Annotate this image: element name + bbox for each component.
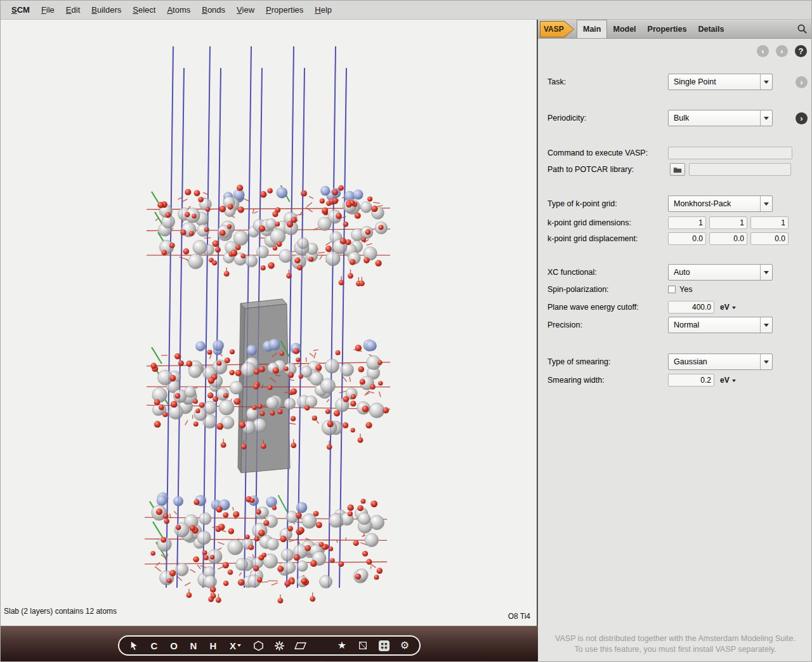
kgrid-disp-z-input[interactable] xyxy=(750,232,789,245)
optimize-tool-icon[interactable] xyxy=(273,639,285,652)
kgrid-disp-label: k-point grid displacement: xyxy=(547,232,638,245)
favorites-icon[interactable]: ★ xyxy=(336,639,348,652)
cell-frame-icon[interactable] xyxy=(357,639,369,652)
menu-edit[interactable]: Edit xyxy=(60,3,86,17)
builder-toolbar: C O N H X ★ ⚙ xyxy=(118,635,421,656)
element-c-button[interactable]: C xyxy=(148,639,160,652)
kgrid-dims-label: k-point grid dimensions: xyxy=(547,216,631,229)
xc-dropdown[interactable]: Auto xyxy=(668,264,773,281)
menu-properties[interactable]: Properties xyxy=(260,3,309,17)
help-button[interactable]: ? xyxy=(795,45,807,57)
tab-properties[interactable]: Properties xyxy=(642,20,693,38)
viewport-status-text: Slab (2 layers) contains 12 atoms xyxy=(4,607,117,616)
menu-help[interactable]: Help xyxy=(309,3,337,17)
precision-row: Precision: Normal xyxy=(547,317,806,333)
chevron-down-icon xyxy=(760,265,772,280)
tab-details[interactable]: Details xyxy=(692,20,730,38)
tab-model[interactable]: Model xyxy=(607,20,641,38)
smearing-type-dropdown[interactable]: Gaussian xyxy=(668,354,773,370)
menu-bonds[interactable]: Bonds xyxy=(196,3,231,17)
xc-label: XC functional: xyxy=(547,264,597,281)
element-n-button[interactable]: N xyxy=(188,639,199,652)
browse-folder-button[interactable] xyxy=(670,163,685,176)
periodicity-dropdown[interactable]: Bulk xyxy=(668,110,773,126)
task-value: Single Point xyxy=(674,74,716,89)
menu-select[interactable]: Select xyxy=(127,3,161,17)
settings-gear-icon[interactable]: ⚙ xyxy=(398,639,411,652)
chevron-down-icon xyxy=(760,110,772,126)
spin-label: Spin-polarization: xyxy=(547,284,609,295)
crystal-structure-render xyxy=(1,20,537,626)
command-label: Command to execute VASP: xyxy=(547,147,648,159)
command-row: Command to execute VASP: xyxy=(547,147,806,159)
search-icon[interactable] xyxy=(797,20,812,38)
spin-row: Spin-polarization: Yes xyxy=(547,284,806,295)
kgrid-dim-x-input[interactable] xyxy=(668,216,706,229)
periodic-grid-icon[interactable] xyxy=(377,639,390,652)
kgrid-type-dropdown[interactable]: Monkhorst-Pack xyxy=(668,195,773,212)
chevron-down-icon xyxy=(760,354,772,369)
smearing-width-row: Smearing width: eV xyxy=(547,374,806,387)
chevron-down-icon xyxy=(760,317,772,333)
pointer-tool-icon[interactable] xyxy=(128,639,140,652)
element-h-button[interactable]: H xyxy=(207,639,219,652)
vasp-badge[interactable]: VASP xyxy=(540,21,574,37)
element-o-button[interactable]: O xyxy=(168,639,180,652)
menu-file[interactable]: File xyxy=(36,3,60,17)
precision-dropdown[interactable]: Normal xyxy=(668,317,773,333)
periodicity-detail-button[interactable]: › xyxy=(796,112,808,124)
history-back-button[interactable]: ‹ xyxy=(757,45,769,57)
spin-checkbox[interactable] xyxy=(668,286,676,293)
xc-value: Auto xyxy=(674,265,690,280)
ring-tool-icon[interactable] xyxy=(252,639,265,652)
smearing-type-value: Gaussian xyxy=(674,354,707,369)
precision-value: Normal xyxy=(674,317,699,333)
menu-scm[interactable]: SCM xyxy=(6,3,36,17)
menu-atoms[interactable]: Atoms xyxy=(161,3,196,17)
potcar-row: Path to POTCAR library: xyxy=(547,163,806,176)
menu-builders[interactable]: Builders xyxy=(86,3,127,17)
application-window: SCM File Edit Builders Select Atoms Bond… xyxy=(0,0,812,662)
kgrid-disp-row: k-point grid displacement: xyxy=(547,232,806,245)
kgrid-dim-z-input[interactable] xyxy=(750,216,789,229)
kgrid-dim-y-input[interactable] xyxy=(709,216,747,229)
periodicity-label: Periodicity: xyxy=(547,110,586,126)
molecule-viewport[interactable]: Slab (2 layers) contains 12 atoms O8 Ti4 xyxy=(1,20,538,626)
kgrid-dims-row: k-point grid dimensions: xyxy=(547,216,806,229)
command-input[interactable] xyxy=(668,147,792,159)
history-forward-button[interactable]: › xyxy=(776,45,788,57)
vasp-badge-label: VASP xyxy=(544,25,564,34)
periodicity-value: Bulk xyxy=(674,110,689,126)
cutoff-input[interactable] xyxy=(668,301,714,314)
xc-row: XC functional: Auto xyxy=(547,264,806,281)
tab-main[interactable]: Main xyxy=(577,20,607,38)
formula-label: O8 Ti4 xyxy=(508,612,530,621)
kgrid-disp-y-input[interactable] xyxy=(709,232,747,245)
smearing-type-row: Type of smearing: Gaussian xyxy=(547,354,806,370)
chevron-down-icon xyxy=(237,644,241,647)
element-x-dropdown[interactable]: X xyxy=(227,639,244,652)
task-label: Task: xyxy=(547,74,566,90)
smearing-type-label: Type of smearing: xyxy=(547,354,610,370)
menu-view[interactable]: View xyxy=(231,3,260,17)
cutoff-unit-dropdown[interactable]: eV xyxy=(720,301,736,314)
smearing-width-input[interactable] xyxy=(668,374,714,387)
kgrid-type-row: Type of k-point grid: Monkhorst-Pack xyxy=(547,195,806,212)
smearing-width-unit-dropdown[interactable]: eV xyxy=(720,374,736,387)
kgrid-type-value: Monkhorst-Pack xyxy=(674,196,731,211)
chevron-down-icon xyxy=(760,196,772,211)
folder-icon xyxy=(673,166,682,173)
potcar-path-input[interactable] xyxy=(689,163,791,176)
precision-label: Precision: xyxy=(547,317,582,333)
plane-tool-icon[interactable] xyxy=(294,639,306,652)
periodicity-row: Periodicity: Bulk xyxy=(547,110,806,126)
disclaimer-line-2: To use this feature, you must first inst… xyxy=(538,644,812,655)
panel-tab-bar: VASP Main Model Properties Details xyxy=(538,20,812,39)
task-detail-button: › xyxy=(796,76,808,88)
vasp-disclaimer: VASP is not distributed together with th… xyxy=(538,633,812,655)
task-dropdown[interactable]: Single Point xyxy=(668,74,773,90)
kgrid-disp-x-input[interactable] xyxy=(668,232,706,245)
cutoff-label: Plane wave energy cutoff: xyxy=(547,301,639,314)
menu-bar: SCM File Edit Builders Select Atoms Bond… xyxy=(1,1,812,20)
spin-checkbox-label: Yes xyxy=(679,284,692,295)
